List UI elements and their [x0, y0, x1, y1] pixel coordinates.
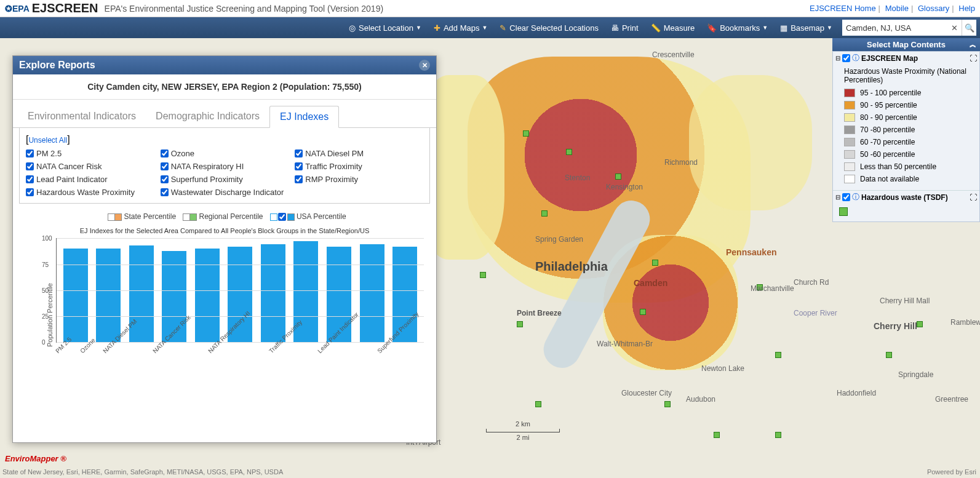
epa-logo: ✪EPA [5, 4, 30, 14]
explore-reports-panel: Explore Reports ✕ City Camden city, NEW … [12, 55, 437, 443]
clear-locations-button[interactable]: ✎Clear Selected Locations [493, 17, 605, 38]
panel-title-bar[interactable]: Explore Reports ✕ [13, 56, 436, 74]
tab-demographic[interactable]: Demographic Indicators [146, 106, 269, 127]
indicator-check[interactable]: Lead Paint Indicator [26, 175, 154, 184]
link-mobile[interactable]: Mobile [885, 4, 909, 13]
tsdf-marker[interactable] [714, 432, 720, 438]
tsdf-marker[interactable] [523, 130, 529, 137]
map-toolbar: ◎Select Location▼ ✚Add Maps▼ ✎Clear Sele… [0, 17, 980, 38]
place-label: Point Breeze [517, 309, 562, 317]
search-box: ✕ 🔍 [842, 20, 976, 36]
tsdf-marker[interactable] [566, 149, 572, 155]
collapse-icon[interactable]: ︽ [970, 40, 976, 49]
tsdf-marker[interactable] [652, 260, 658, 266]
tsdf-marker[interactable] [517, 321, 523, 327]
layer-checkbox[interactable] [842, 54, 850, 62]
bookmarks-menu[interactable]: 🔖Bookmarks▼ [701, 17, 774, 38]
indicator-check[interactable]: Wastewater Discharge Indicator [161, 188, 289, 197]
tsdf-marker[interactable] [640, 309, 646, 315]
indicator-check[interactable]: Superfund Proximity [161, 175, 289, 184]
target-icon: ◎ [349, 23, 356, 33]
scale-bar: 2 km 2 mi [486, 420, 560, 441]
add-maps-menu[interactable]: ✚Add Maps▼ [428, 17, 493, 38]
map-attribution: State of New Jersey, Esri, HERE, Garmin,… [2, 468, 283, 476]
chart-bar [63, 249, 88, 342]
close-icon[interactable]: ✕ [419, 60, 430, 71]
tsdf-marker[interactable] [775, 352, 781, 358]
tab-environmental[interactable]: Environmental Indicators [18, 106, 146, 127]
expand-icon[interactable]: ⛶ [970, 193, 977, 202]
unselect-all-link[interactable]: Unselect All [28, 136, 67, 145]
indicator-check[interactable]: RMP Proximity [295, 175, 423, 184]
info-icon[interactable]: ⓘ [852, 53, 859, 63]
legend-item: 80 - 90 percentile [844, 111, 973, 124]
legend-item: 70 -80 percentile [844, 124, 973, 136]
map-contents-panel: Select Map Contents ︽ ⊟ ⓘ EJSCREEN Map ⛶… [832, 38, 980, 222]
indicator-check[interactable]: Ozone [161, 149, 289, 158]
basemap-menu[interactable]: ▦Basemap▼ [774, 17, 839, 38]
link-home[interactable]: EJSCREEN Home [810, 4, 876, 13]
indicator-checkboxes: [Unselect All] PM 2.5 Ozone NATA Diesel … [19, 128, 430, 204]
place-label: Church Rd [794, 278, 829, 287]
search-input[interactable] [842, 23, 947, 33]
tsdf-marker[interactable] [615, 173, 621, 180]
tsdf-marker[interactable] [480, 272, 486, 278]
legend-item: 60 -70 percentile [844, 136, 973, 148]
place-label: Cooper River [794, 309, 837, 317]
legend-item: 90 - 95 percentile [844, 99, 973, 111]
legend-item: Data not available [844, 173, 973, 185]
print-button[interactable]: 🖶Print [605, 17, 645, 38]
tsdf-marker[interactable] [541, 210, 548, 217]
grid-icon: ▦ [780, 23, 787, 33]
tsdf-marker[interactable] [886, 352, 892, 358]
place-label: Gloucester City [621, 389, 672, 397]
app-name: EJSCREEN [32, 1, 98, 15]
chart-bar [96, 249, 121, 342]
legend-item: 95 - 100 percentile [844, 87, 973, 99]
indicator-check[interactable]: Hazardous Waste Proximity [26, 188, 154, 197]
header-links: EJSCREEN Home| Mobile| Glossary| Help [810, 4, 975, 13]
expand-icon[interactable]: ⛶ [970, 54, 977, 63]
city-label: Cherry Hill [874, 321, 917, 331]
ej-index-chart: Population Percentile 0255075100 PM 2.5O… [38, 238, 430, 392]
place-label: Springdale [898, 370, 933, 379]
layer-hazwaste[interactable]: ⊟ ⓘ Hazardous waste (TSDF) ⛶ [833, 190, 979, 204]
link-glossary[interactable]: Glossary [918, 4, 949, 13]
place-label: Ramblew [950, 318, 980, 327]
info-icon[interactable]: ⓘ [852, 192, 859, 202]
tsdf-marker[interactable] [535, 401, 541, 407]
layer-checkbox[interactable] [842, 193, 850, 201]
map-contents-title[interactable]: Select Map Contents ︽ [832, 38, 980, 51]
indicator-check[interactable]: PM 2.5 [26, 149, 154, 158]
tsdf-marker[interactable] [775, 432, 781, 438]
measure-button[interactable]: 📏Measure [645, 17, 701, 38]
select-location-menu[interactable]: ◎Select Location▼ [343, 17, 428, 38]
indicator-check[interactable]: NATA Diesel PM [295, 149, 423, 158]
tsdf-marker[interactable] [757, 284, 763, 290]
search-icon[interactable]: 🔍 [962, 20, 976, 36]
tsdf-marker[interactable] [917, 321, 923, 327]
layer-ejscreen[interactable]: ⊟ ⓘ EJSCREEN Map ⛶ [833, 52, 979, 65]
indicator-check[interactable]: Traffic Proximity [295, 162, 423, 171]
app-tagline: EPA's Environmental Justice Screening an… [105, 4, 384, 14]
hazwaste-legend [833, 204, 979, 221]
ruler-icon: 📏 [651, 23, 661, 33]
enviromapper-label: EnviroMapper ® [5, 454, 66, 463]
plus-icon: ✚ [434, 23, 440, 33]
indicator-check[interactable]: NATA Cancer Risk [26, 162, 154, 171]
legend-item: Less than 50 percentile [844, 161, 973, 173]
app-header: ✪EPA EJSCREEN EPA's Environmental Justic… [0, 0, 980, 17]
print-icon: 🖶 [611, 23, 619, 33]
clear-search-icon[interactable]: ✕ [947, 20, 962, 36]
indicator-check[interactable]: NATA Respiratory HI [161, 162, 289, 171]
link-help[interactable]: Help [958, 4, 975, 13]
tsdf-marker[interactable] [664, 401, 671, 407]
place-label: Haddonfield [837, 389, 876, 397]
chart-legend: State Percentile Regional Percentile USA… [13, 210, 436, 223]
bookmark-icon: 🔖 [707, 23, 717, 33]
tab-ej-indexes[interactable]: EJ Indexes [269, 106, 339, 128]
chart-title: EJ Indexes for the Selected Area Compare… [13, 227, 436, 234]
usa-percentile-toggle[interactable] [278, 213, 286, 221]
place-label: Greentree [935, 395, 968, 404]
place-label: Newton Lake [701, 364, 744, 373]
